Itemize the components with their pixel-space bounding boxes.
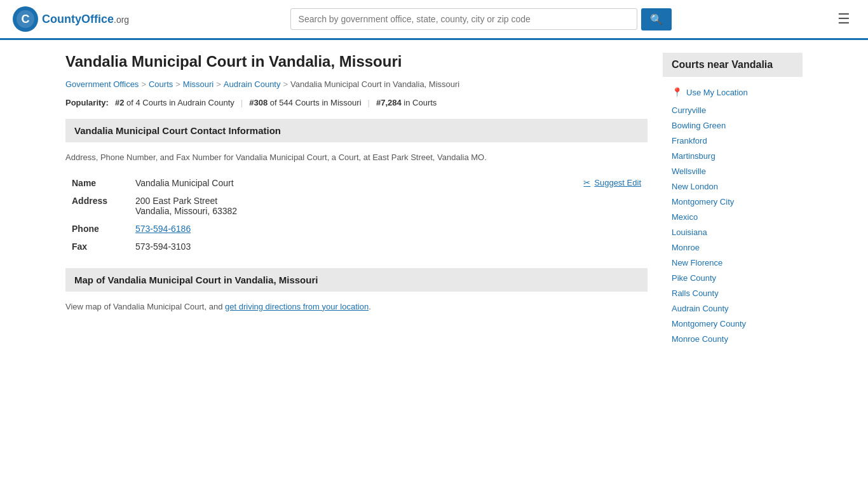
list-item: Martinsburg	[672, 151, 794, 161]
menu-button[interactable]: ☰	[832, 8, 855, 30]
search-icon: 🔍	[650, 14, 663, 25]
contact-description: Address, Phone Number, and Fax Number fo…	[65, 151, 648, 164]
list-item: Louisiana	[672, 227, 794, 237]
page-title: Vandalia Municipal Court in Vandalia, Mi…	[65, 53, 648, 71]
sidebar-link-montgomery-county[interactable]: Montgomery County	[672, 319, 746, 329]
sidebar-link-frankford[interactable]: Frankford	[672, 136, 707, 146]
breadcrumb-sep-3: >	[216, 79, 221, 89]
breadcrumb-sep-1: >	[141, 79, 146, 89]
sidebar-link-wellsville[interactable]: Wellsville	[672, 166, 706, 176]
list-item: Montgomery City	[672, 196, 794, 207]
site-header: C CountyOffice.org 🔍 ☰	[0, 0, 868, 40]
address-label: Address	[65, 192, 129, 220]
popularity-item-2: #308 of 544 Courts in Missouri	[249, 98, 361, 107]
phone-link[interactable]: 573-594-6186	[135, 224, 191, 234]
popularity-label: Popularity:	[65, 98, 109, 107]
nearby-links-list: Curryville Bowling Green Frankford Marti…	[663, 105, 803, 344]
list-item: Pike County	[672, 273, 794, 283]
logo-text: CountyOffice.org	[42, 13, 129, 26]
breadcrumb-gov-offices[interactable]: Government Offices	[65, 79, 139, 89]
fax-label: Fax	[65, 238, 129, 255]
phone-value: 573-594-6186	[129, 220, 648, 238]
sidebar-link-monroe[interactable]: Monroe	[672, 243, 700, 252]
sidebar-link-pike-county[interactable]: Pike County	[672, 273, 716, 283]
main-container: Vandalia Municipal Court in Vandalia, Mi…	[53, 40, 815, 362]
breadcrumb-courts[interactable]: Courts	[149, 79, 173, 89]
popularity-rank-3: #7,284	[376, 98, 402, 107]
sidebar: Courts near Vandalia 📍 Use My Location C…	[663, 53, 803, 349]
sidebar-link-martinsburg[interactable]: Martinsburg	[672, 151, 715, 161]
sidebar-link-montgomery-city[interactable]: Montgomery City	[672, 197, 734, 207]
list-item: Montgomery County	[672, 318, 794, 329]
breadcrumb-sep-4: >	[283, 79, 288, 89]
sidebar-link-monroe-county[interactable]: Monroe County	[672, 334, 728, 344]
sidebar-link-curryville[interactable]: Curryville	[672, 105, 706, 115]
breadcrumb-current: Vandalia Municipal Court in Vandalia, Mi…	[290, 79, 459, 89]
list-item: Mexico	[672, 212, 794, 222]
table-row-phone: Phone 573-594-6186	[65, 220, 648, 238]
popularity-item-1: #2 of 4 Courts in Audrain County	[115, 98, 234, 107]
name-value: Vandalia Municipal Court ✂ Suggest Edit	[129, 174, 648, 192]
sidebar-link-louisiana[interactable]: Louisiana	[672, 227, 707, 237]
breadcrumb: Government Offices > Courts > Missouri >…	[65, 79, 648, 89]
search-input[interactable]	[290, 8, 637, 30]
map-desc-prefix: View map of Vandalia Municipal Court, an…	[65, 302, 225, 311]
search-button[interactable]: 🔍	[641, 8, 672, 30]
sidebar-link-ralls-county[interactable]: Ralls County	[672, 288, 719, 298]
contact-table: Name Vandalia Municipal Court ✂ Suggest …	[65, 174, 648, 255]
map-desc-suffix: .	[369, 302, 371, 311]
use-location-link[interactable]: Use My Location	[686, 88, 748, 97]
map-section-header: Map of Vandalia Municipal Court in Vanda…	[65, 268, 648, 292]
list-item: Curryville	[672, 105, 794, 115]
list-item: Bowling Green	[672, 120, 794, 130]
list-item: Monroe	[672, 242, 794, 252]
suggest-edit-icon: ✂	[583, 178, 590, 187]
popularity-item-3: #7,284 in Courts	[376, 98, 437, 107]
breadcrumb-sep-2: >	[175, 79, 180, 89]
popularity-rank-1: #2	[115, 98, 124, 107]
contact-section: Vandalia Municipal Court Contact Informa…	[65, 119, 648, 255]
address-value: 200 East Park Street Vandalia, Missouri,…	[129, 192, 648, 220]
table-row-address: Address 200 East Park Street Vandalia, M…	[65, 192, 648, 220]
content-area: Vandalia Municipal Court in Vandalia, Mi…	[65, 53, 648, 349]
breadcrumb-missouri[interactable]: Missouri	[183, 79, 214, 89]
list-item: New London	[672, 181, 794, 191]
list-item: Frankford	[672, 135, 794, 146]
list-item: New Florence	[672, 257, 794, 268]
table-row-fax: Fax 573-594-3103	[65, 238, 648, 255]
driving-directions-link[interactable]: get driving directions from your locatio…	[225, 302, 369, 311]
hamburger-icon: ☰	[837, 11, 850, 27]
logo-icon: C	[13, 6, 38, 32]
sidebar-link-mexico[interactable]: Mexico	[672, 212, 698, 222]
map-section: Map of Vandalia Municipal Court in Vanda…	[65, 268, 648, 313]
fax-value: 573-594-3103	[129, 238, 648, 255]
use-location-row: 📍 Use My Location	[663, 83, 803, 101]
list-item: Monroe County	[672, 334, 794, 344]
sidebar-title: Courts near Vandalia	[663, 53, 803, 77]
logo[interactable]: C CountyOffice.org	[13, 6, 129, 32]
phone-label: Phone	[65, 220, 129, 238]
table-row-name: Name Vandalia Municipal Court ✂ Suggest …	[65, 174, 648, 192]
address-line2: Vandalia, Missouri, 63382	[135, 206, 641, 216]
address-line1: 200 East Park Street	[135, 196, 641, 206]
breadcrumb-audrain[interactable]: Audrain County	[224, 79, 281, 89]
sidebar-link-bowling-green[interactable]: Bowling Green	[672, 121, 726, 130]
popularity-row: Popularity: #2 of 4 Courts in Audrain Co…	[65, 98, 648, 107]
contact-section-header: Vandalia Municipal Court Contact Informa…	[65, 119, 648, 142]
search-area: 🔍	[290, 8, 672, 30]
popularity-rank-2: #308	[249, 98, 268, 107]
map-description: View map of Vandalia Municipal Court, an…	[65, 301, 648, 313]
name-label: Name	[65, 174, 129, 192]
suggest-edit-button[interactable]: ✂ Suggest Edit	[583, 178, 641, 187]
popularity-div-1: |	[241, 98, 243, 107]
list-item: Ralls County	[672, 288, 794, 298]
list-item: Audrain County	[672, 303, 794, 313]
popularity-div-2: |	[368, 98, 370, 107]
list-item: Wellsville	[672, 166, 794, 176]
sidebar-link-new-florence[interactable]: New Florence	[672, 258, 722, 268]
location-icon: 📍	[672, 87, 682, 97]
sidebar-link-audrain-county[interactable]: Audrain County	[672, 304, 729, 313]
sidebar-link-new-london[interactable]: New London	[672, 182, 718, 191]
svg-text:C: C	[22, 13, 30, 25]
